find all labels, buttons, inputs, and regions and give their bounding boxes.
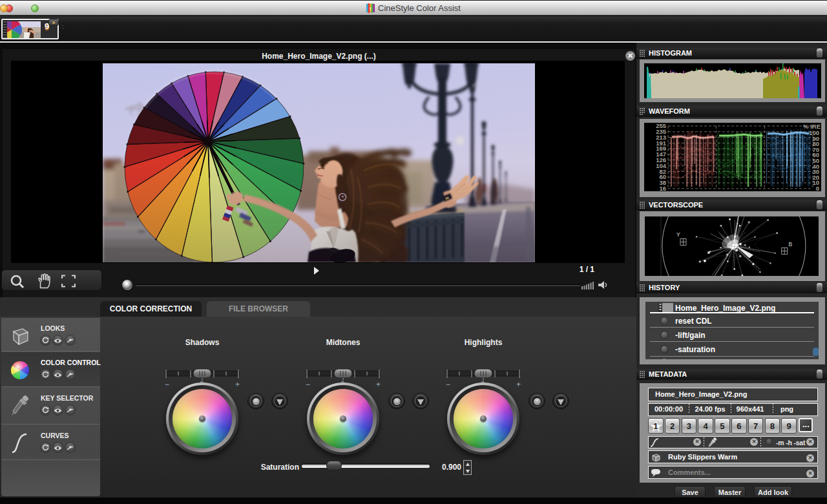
svg-text:Y: Y bbox=[676, 231, 680, 238]
svg-text:B: B bbox=[789, 241, 793, 247]
svg-text:16: 16 bbox=[659, 185, 666, 191]
svg-text:0: 0 bbox=[816, 185, 819, 191]
